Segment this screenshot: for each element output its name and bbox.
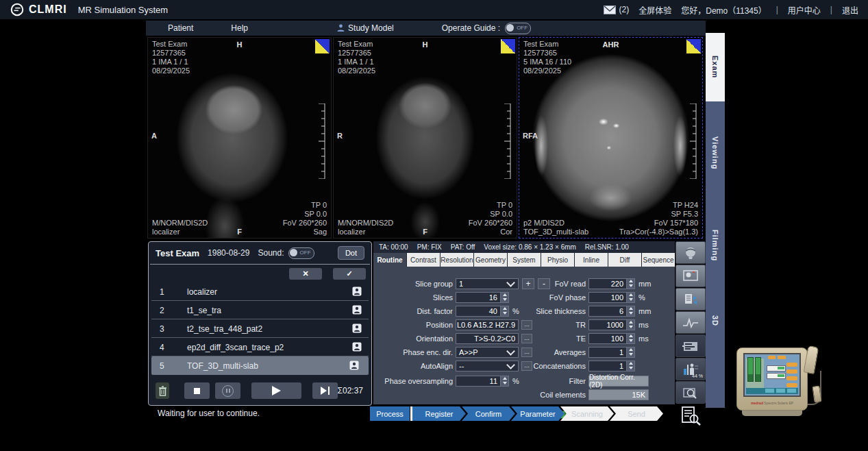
step-confirm[interactable]: Confirm bbox=[462, 406, 515, 421]
tab-system[interactable]: System bbox=[508, 253, 541, 267]
stop-icon bbox=[194, 388, 200, 394]
mail-indicator[interactable]: (2) bbox=[604, 5, 630, 14]
field-unit: ms bbox=[638, 334, 649, 343]
sequence-row[interactable]: 3 t2_tse_tra_448_pat2 bbox=[149, 319, 371, 338]
brand-logo: CLMRI MR Simulation System bbox=[10, 2, 168, 17]
menu-patient[interactable]: Patient bbox=[161, 23, 200, 33]
divider bbox=[410, 406, 412, 421]
phase-oversampling-input[interactable]: 11 bbox=[456, 376, 509, 387]
spinner-icon[interactable] bbox=[626, 306, 634, 316]
viewport-info-bottomright: TP H24SP F5.3 FoV 157*180Tra>Cor(-4.8)>S… bbox=[619, 201, 698, 236]
user-center-link[interactable]: 用户中心 bbox=[788, 4, 821, 16]
fov-phase-input[interactable]: 100 bbox=[588, 292, 635, 303]
averages-input[interactable]: 1 bbox=[588, 347, 635, 358]
head-coil-button[interactable] bbox=[675, 241, 706, 264]
stop-button[interactable] bbox=[184, 382, 210, 399]
sequence-row[interactable]: 2 t1_se_tra bbox=[149, 301, 371, 319]
sequence-row-selected[interactable]: 5 TOF_3D_multi-slab bbox=[151, 356, 369, 375]
slices-input[interactable]: 16 bbox=[456, 292, 509, 303]
report-search-button[interactable] bbox=[675, 404, 706, 427]
tab-exam[interactable]: Exam bbox=[706, 33, 725, 101]
patient-register-icon[interactable] bbox=[352, 287, 362, 296]
pause-button[interactable] bbox=[215, 382, 240, 399]
step-parameter[interactable]: Parameter bbox=[511, 406, 565, 421]
tab-routine[interactable]: Routine bbox=[373, 253, 406, 267]
logout-link[interactable]: 退出 bbox=[842, 4, 858, 16]
patient-register-icon[interactable] bbox=[352, 324, 362, 333]
slice-group-select[interactable]: 1 bbox=[456, 278, 519, 289]
position-more-button[interactable]: ... bbox=[521, 320, 532, 330]
logo-text: CLMRI bbox=[29, 3, 67, 16]
patient-register-icon[interactable] bbox=[352, 342, 362, 352]
viewport-axial-selected[interactable]: Test Exam12577365 5 IMA 16 / 11008/29/20… bbox=[519, 37, 703, 239]
orientation-more-button[interactable]: ... bbox=[521, 334, 532, 343]
image-view-button[interactable] bbox=[675, 265, 706, 287]
step-scanning[interactable]: Scanning bbox=[560, 406, 614, 421]
tab-3d[interactable]: 3D bbox=[706, 287, 725, 355]
skip-button[interactable] bbox=[312, 382, 338, 399]
filter-button[interactable]: Distortion Corr.(2D) bbox=[588, 376, 649, 387]
te-input[interactable]: 100 bbox=[588, 333, 635, 344]
info-voxel: Voxel size: 0.86 × 1.23 × 6mm bbox=[484, 243, 576, 251]
step-process[interactable]: Process bbox=[370, 406, 410, 421]
tab-sequence[interactable]: Sequence bbox=[642, 253, 675, 267]
dot-button[interactable]: Dot bbox=[338, 246, 364, 260]
tab-filming[interactable]: Filming bbox=[706, 204, 725, 287]
spinner-icon[interactable] bbox=[626, 334, 634, 343]
physio-curve-button[interactable] bbox=[675, 311, 706, 334]
spinner-icon[interactable] bbox=[626, 361, 634, 371]
position-input[interactable]: L0.6 A15.2 H27.9 bbox=[456, 319, 519, 330]
sequence-row[interactable]: 1 localizer bbox=[149, 282, 371, 301]
viewport-coronal[interactable]: Test Exam12577365 1 IMA 1 / 108/29/2025 … bbox=[333, 37, 517, 239]
spinner-icon[interactable] bbox=[500, 293, 508, 302]
patient-register-icon[interactable] bbox=[349, 361, 359, 370]
tab-contrast[interactable]: Contrast bbox=[407, 253, 440, 267]
coil-elements-field[interactable]: 15K bbox=[588, 389, 649, 400]
browse-images-button[interactable] bbox=[675, 381, 706, 404]
cancel-button[interactable]: ✕ bbox=[289, 268, 322, 280]
step-register[interactable]: Register bbox=[412, 406, 466, 421]
menu-study-model-label: Study Model bbox=[348, 23, 394, 33]
dist-factor-input[interactable]: 40 bbox=[456, 306, 509, 317]
sequence-row[interactable]: 4 ep2d_diff_3scan_trace_p2 bbox=[149, 338, 371, 356]
phase-enc-more-button[interactable]: ... bbox=[521, 348, 532, 357]
concatenations-input[interactable]: 1 bbox=[588, 361, 635, 371]
tab-physio[interactable]: Physio bbox=[541, 253, 574, 267]
status-message: Waiting for user to continue. bbox=[158, 409, 260, 418]
autoalign-more-button[interactable]: ... bbox=[521, 361, 532, 371]
step-send[interactable]: Send bbox=[610, 406, 663, 421]
tab-resolution[interactable]: Resolution bbox=[441, 253, 473, 267]
spinner-icon[interactable] bbox=[626, 320, 634, 330]
tab-viewing[interactable]: Viewing bbox=[706, 101, 725, 204]
exam-queue-button[interactable] bbox=[675, 334, 706, 357]
tab-inline[interactable]: Inline bbox=[575, 253, 608, 267]
tab-geometry[interactable]: Geometry bbox=[474, 253, 507, 267]
orientation-input[interactable]: T>S-0.2>C0 bbox=[456, 333, 519, 344]
menu-help[interactable]: Help bbox=[224, 23, 255, 33]
image-icon bbox=[683, 270, 698, 282]
fullscreen-link[interactable]: 全屏体验 bbox=[638, 4, 671, 16]
spinner-icon[interactable] bbox=[626, 348, 634, 357]
menu-study-model[interactable]: Study Model bbox=[330, 23, 401, 33]
patient-register-icon[interactable] bbox=[352, 305, 362, 315]
tr-input[interactable]: 1000 bbox=[588, 319, 635, 330]
field-label: Slice thickness bbox=[532, 307, 586, 315]
spinner-icon[interactable] bbox=[500, 306, 508, 316]
coil-status-button[interactable]: 44 % bbox=[675, 358, 706, 380]
play-button[interactable] bbox=[251, 382, 301, 399]
slice-thickness-input[interactable]: 6 bbox=[588, 306, 635, 317]
sound-toggle[interactable]: OFF bbox=[288, 247, 314, 259]
confirm-button[interactable]: ✓ bbox=[333, 268, 366, 280]
viewport-sagittal[interactable]: Test Exam12577365 1 IMA 1 / 108/29/2025 … bbox=[147, 37, 332, 239]
operate-guide-toggle[interactable]: OFF bbox=[505, 23, 531, 34]
spinner-icon[interactable] bbox=[626, 293, 634, 302]
phase-enc-dir-select[interactable]: A>>P bbox=[456, 347, 519, 358]
tab-diff[interactable]: Diff bbox=[608, 253, 641, 267]
parameter-body: Slice group 1 + - Slices 16 Dist. factor… bbox=[373, 267, 675, 404]
delete-button[interactable] bbox=[156, 382, 169, 399]
spinner-icon[interactable] bbox=[626, 279, 634, 289]
protocol-transfer-button[interactable] bbox=[675, 288, 706, 310]
spinner-icon[interactable] bbox=[500, 376, 508, 386]
fov-read-input[interactable]: 220 bbox=[588, 278, 635, 289]
autoalign-select[interactable]: -- bbox=[456, 361, 519, 371]
